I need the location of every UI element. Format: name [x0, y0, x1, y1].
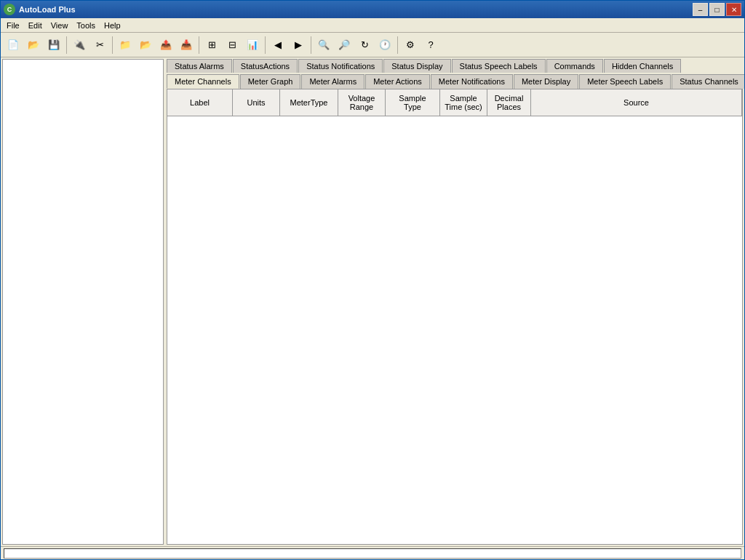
minimize-button[interactable]: –	[693, 3, 708, 16]
menu-file[interactable]: File	[2, 20, 24, 31]
table-body	[167, 116, 742, 544]
col-header-units: Units	[233, 89, 280, 116]
toolbar-settings[interactable]: ⚙	[401, 36, 420, 55]
menu-view[interactable]: View	[47, 20, 73, 31]
toolbar-sep-4	[265, 36, 266, 54]
toolbar-arrow-right[interactable]: ▶	[289, 36, 308, 55]
tab-hidden-channels[interactable]: Hidden Channels	[604, 59, 681, 73]
status-bar-text	[4, 548, 741, 559]
tab-status-channels[interactable]: Status Channels	[672, 74, 744, 89]
toolbar: 📄 📂 💾 🔌 ✂ 📁 📂 📤 📥 ⊞ ⊟ 📊 ◀ ▶ 🔍 🔎 ↻ 🕐 ⚙ ?	[1, 33, 744, 57]
table-header: Label Units MeterType Voltage Range Samp…	[167, 89, 742, 116]
title-bar-left: C AutoLoad Plus	[4, 4, 76, 15]
right-panel: Status Alarms StatusActions Status Notif…	[165, 57, 744, 546]
tab-row-2: Meter Channels Meter Graph Meter Alarms …	[165, 73, 744, 89]
toolbar-folder[interactable]: 📂	[136, 36, 155, 55]
toolbar-help[interactable]: ?	[421, 36, 440, 55]
status-bar	[1, 546, 744, 559]
toolbar-clock[interactable]: 🕐	[375, 36, 394, 55]
toolbar-save[interactable]: 💾	[44, 36, 63, 55]
col-header-label: Label	[167, 89, 233, 116]
tab-meter-actions[interactable]: Meter Actions	[365, 74, 430, 89]
toolbar-plugin[interactable]: 🔌	[70, 36, 89, 55]
menu-tools[interactable]: Tools	[72, 20, 100, 31]
main-content: Status Alarms StatusActions Status Notif…	[1, 57, 744, 546]
toolbar-chart[interactable]: 📊	[243, 36, 262, 55]
menu-bar: File Edit View Tools Help	[1, 18, 744, 33]
menu-edit[interactable]: Edit	[24, 20, 47, 31]
tab-status-speech-labels[interactable]: Status Speech Labels	[452, 59, 546, 73]
tab-meter-speech-labels[interactable]: Meter Speech Labels	[579, 74, 671, 89]
tab-status-display[interactable]: Status Display	[383, 59, 450, 73]
toolbar-sep-5	[311, 36, 311, 54]
tab-status-alarms[interactable]: Status Alarms	[167, 59, 232, 73]
maximize-button[interactable]: □	[709, 3, 725, 16]
toolbar-folder-open[interactable]: 📁	[116, 36, 135, 55]
tab-status-actions[interactable]: StatusActions	[233, 59, 298, 73]
tab-meter-display[interactable]: Meter Display	[514, 74, 578, 89]
toolbar-sep-6	[397, 36, 398, 54]
title-bar: C AutoLoad Plus – □ ✕	[1, 1, 744, 18]
toolbar-sep-2	[112, 36, 113, 54]
title-bar-buttons: – □ ✕	[693, 3, 741, 16]
col-header-metertype: MeterType	[280, 89, 338, 116]
toolbar-sep-3	[199, 36, 199, 54]
toolbar-new[interactable]: 📄	[4, 36, 23, 55]
col-header-source: Source	[531, 89, 742, 116]
close-button[interactable]: ✕	[726, 3, 741, 16]
tab-meter-channels[interactable]: Meter Channels	[167, 74, 239, 89]
tab-commands[interactable]: Commands	[546, 59, 603, 73]
menu-help[interactable]: Help	[100, 20, 125, 31]
toolbar-layout[interactable]: ⊟	[223, 36, 242, 55]
toolbar-import[interactable]: 📥	[177, 36, 196, 55]
toolbar-export[interactable]: 📤	[156, 36, 175, 55]
col-header-decimal-places: Decimal Places	[487, 89, 531, 116]
toolbar-arrow-left[interactable]: ◀	[268, 36, 287, 55]
toolbar-cut[interactable]: ✂	[90, 36, 109, 55]
col-header-voltage: Voltage Range	[338, 89, 386, 116]
tab-row-1: Status Alarms StatusActions Status Notif…	[165, 57, 744, 73]
tab-meter-graph[interactable]: Meter Graph	[240, 74, 301, 89]
toolbar-grid[interactable]: ⊞	[202, 36, 221, 55]
tab-status-notifications[interactable]: Status Notifications	[298, 59, 383, 73]
toolbar-refresh[interactable]: ↻	[355, 36, 374, 55]
col-header-sample-time: Sample Time (sec)	[440, 89, 487, 116]
toolbar-zoom-in[interactable]: 🔍	[314, 36, 333, 55]
content-area: Label Units MeterType Voltage Range Samp…	[167, 89, 743, 545]
left-panel	[2, 59, 164, 545]
main-window: C AutoLoad Plus – □ ✕ File Edit View Too…	[0, 0, 745, 560]
tab-meter-alarms[interactable]: Meter Alarms	[301, 74, 364, 89]
app-icon: C	[4, 4, 15, 15]
window-title: AutoLoad Plus	[19, 5, 76, 14]
col-header-sample-type: Sample Type	[386, 89, 440, 116]
tab-meter-notifications[interactable]: Meter Notifications	[431, 74, 513, 89]
toolbar-zoom-out[interactable]: 🔎	[335, 36, 354, 55]
toolbar-open[interactable]: 📂	[24, 36, 43, 55]
toolbar-sep-1	[66, 36, 67, 54]
